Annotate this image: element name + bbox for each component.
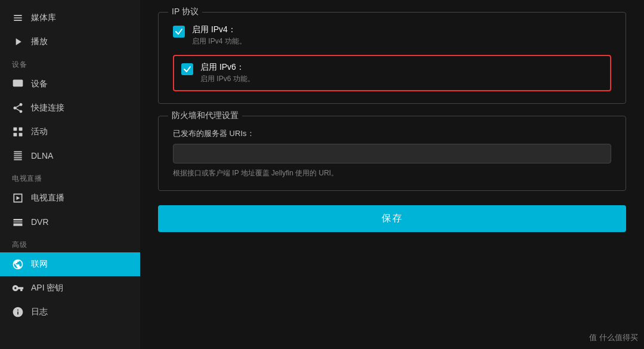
ipv4-checkbox[interactable] <box>173 26 185 38</box>
sidebar-item-apikey[interactable]: API 密钥 <box>0 276 140 300</box>
ipv4-hint: 启用 IPv4 功能。 <box>192 36 246 47</box>
quickconnect-icon <box>12 102 24 114</box>
sidebar-item-dlna[interactable]: DLNA <box>0 144 140 168</box>
uris-input[interactable] <box>173 144 611 163</box>
sidebar-section-livetv: 电视直播 <box>0 168 140 186</box>
sidebar-item-label: 电视直播 <box>31 193 64 203</box>
sidebar-item-label: API 密钥 <box>31 283 63 294</box>
sidebar-item-label: 设备 <box>31 79 48 89</box>
firewall-section-title: 防火墙和代理设置 <box>168 110 242 121</box>
network-icon <box>12 258 24 270</box>
sidebar-section-advanced: 高级 <box>0 234 140 252</box>
main-content: IP 协议 启用 IPv4： 启用 IPv4 功能。 <box>140 0 644 349</box>
svg-rect-0 <box>13 80 23 87</box>
ipv4-checkbox-wrapper <box>173 26 185 38</box>
ipv6-label: 启用 IPv6： <box>200 62 255 73</box>
sidebar-item-media[interactable]: 媒体库 <box>0 6 140 30</box>
livetv-icon <box>12 192 24 204</box>
ipv6-highlighted-row: 启用 IPv6： 启用 IPv6 功能。 <box>173 55 611 91</box>
save-button[interactable]: 保存 <box>158 205 626 232</box>
sidebar-item-label: 媒体库 <box>31 13 56 23</box>
ipv4-label: 启用 IPv4： <box>192 24 246 35</box>
dlna-icon <box>12 150 24 162</box>
apikey-icon <box>12 282 24 294</box>
ipv6-label-block: 启用 IPv6： 启用 IPv6 功能。 <box>200 62 255 84</box>
firewall-section: 防火墙和代理设置 已发布的服务器 URIs： 根据接口或客户端 IP 地址覆盖 … <box>158 116 626 191</box>
sidebar-section-devices: 设备 <box>0 54 140 72</box>
sidebar-item-log[interactable]: 日志 <box>0 300 140 324</box>
ip-section-title: IP 协议 <box>168 7 202 17</box>
play-icon <box>12 36 24 48</box>
sidebar-item-label: 快捷连接 <box>31 103 64 113</box>
sidebar-item-activity[interactable]: 活动 <box>0 120 140 144</box>
sidebar-item-play[interactable]: 播放 <box>0 30 140 54</box>
svg-rect-3 <box>14 133 17 137</box>
log-icon <box>12 306 24 318</box>
activity-icon <box>12 126 24 138</box>
sidebar-item-dvr[interactable]: DVR <box>0 210 140 234</box>
sidebar-item-label: 联网 <box>31 259 48 270</box>
sidebar-item-label: 播放 <box>31 36 48 47</box>
media-icon <box>12 12 24 24</box>
sidebar-item-network[interactable]: 联网 <box>0 252 140 276</box>
ipv4-label-block: 启用 IPv4： 启用 IPv4 功能。 <box>192 24 246 47</box>
uris-hint: 根据接口或客户端 IP 地址覆盖 Jellyfin 使用的 URI。 <box>173 168 611 178</box>
ipv6-hint: 启用 IPv6 功能。 <box>200 74 255 84</box>
sidebar-item-label: DLNA <box>31 151 53 160</box>
sidebar-item-quickconnect[interactable]: 快捷连接 <box>0 96 140 120</box>
sidebar-item-livetv[interactable]: 电视直播 <box>0 186 140 210</box>
ip-protocol-section: IP 协议 启用 IPv4： 启用 IPv4 功能。 <box>158 12 626 104</box>
svg-rect-1 <box>14 128 17 131</box>
ipv4-row: 启用 IPv4： 启用 IPv4 功能。 <box>173 24 611 47</box>
ipv6-checkbox-wrapper <box>181 63 193 75</box>
devices-icon <box>12 78 24 90</box>
ipv6-row: 启用 IPv6： 启用 IPv6 功能。 <box>181 62 603 84</box>
sidebar-item-devices[interactable]: 设备 <box>0 72 140 96</box>
sidebar-item-label: 日志 <box>31 307 48 317</box>
sidebar-item-label: DVR <box>31 217 49 227</box>
svg-rect-4 <box>19 133 23 137</box>
sidebar-item-label: 活动 <box>31 126 48 137</box>
dvr-icon <box>12 216 24 228</box>
sidebar: 媒体库 播放 设备 设备 快捷连接 活动 DLNA 电视直播 <box>0 0 140 349</box>
uris-label: 已发布的服务器 URIs： <box>173 128 611 139</box>
ipv6-checkbox[interactable] <box>181 63 193 75</box>
svg-rect-2 <box>19 128 23 131</box>
